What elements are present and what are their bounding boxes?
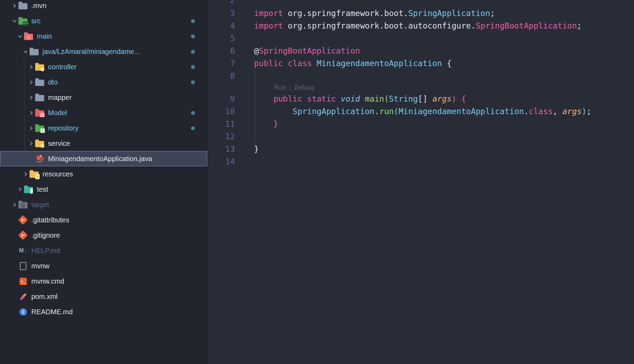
- code-line-text: public class MiniagendamentoApplication …: [235, 59, 452, 68]
- tree-item-label: .mvn: [31, 2, 46, 10]
- tree-item-main[interactable]: ⌂main: [0, 29, 207, 44]
- tree-item-label: .gitignore: [31, 231, 60, 239]
- tree-item-pom-xml[interactable]: pom.xml: [0, 289, 207, 304]
- tree-item-service[interactable]: ⚙service: [0, 136, 207, 151]
- chevron-collapsed-icon[interactable]: [27, 124, 35, 132]
- code-line-2[interactable]: 2: [208, 0, 634, 7]
- code-line-12[interactable]: 12: [208, 130, 634, 143]
- line-number[interactable]: 10: [208, 107, 235, 116]
- code-editor[interactable]: 23import org.springframework.boot.Spring…: [208, 0, 634, 364]
- tree-item-readme-md[interactable]: iREADME.md: [0, 304, 207, 319]
- tree-item-java-lzamaral-miniagendame[interactable]: java/LzAmaral/miniagendame...: [0, 44, 207, 59]
- tree-item-repository[interactable]: ↓repository: [0, 120, 207, 136]
- line-number[interactable]: 6: [208, 46, 235, 55]
- tree-item-miniagendamentoapplication-java[interactable]: MiniagendamentoApplication.java: [0, 151, 207, 166]
- chevron-collapsed-icon[interactable]: [16, 185, 24, 193]
- tree-item-dto[interactable]: dto: [0, 74, 207, 90]
- folder-test-icon: [24, 184, 33, 194]
- code-line-10[interactable]: 10 SpringApplication.run(Miniagendamento…: [208, 105, 634, 118]
- tree-item-mvnw[interactable]: mvnw: [0, 258, 207, 274]
- code-line-14[interactable]: 14: [208, 155, 634, 168]
- tree-item-label: Model: [48, 109, 67, 117]
- chevron-collapsed-icon[interactable]: [27, 140, 35, 147]
- code-line-3[interactable]: 3import org.springframework.boot.SpringA…: [208, 7, 634, 19]
- code-token: class: [529, 107, 553, 116]
- code-line-4[interactable]: 4import org.springframework.boot.autocon…: [208, 19, 634, 32]
- line-number[interactable]: 14: [208, 157, 235, 166]
- code-line-13[interactable]: 13}: [208, 143, 634, 155]
- code-line-text: public static void main(String[] args) {: [235, 94, 466, 103]
- tree-item-label: service: [48, 140, 70, 148]
- modified-dot: [191, 50, 195, 54]
- code-token: ;: [490, 9, 495, 18]
- code-line-9[interactable]: 9 public static void main(String[] args)…: [208, 93, 634, 105]
- folder-gear-icon: ⚙: [35, 62, 45, 72]
- chevron-spacer: [10, 293, 18, 300]
- code-token: (: [384, 94, 389, 103]
- chevron-collapsed-icon[interactable]: [27, 78, 35, 86]
- chevron-spacer: [10, 308, 18, 316]
- code-line-8[interactable]: 8: [208, 70, 634, 82]
- code-token: [254, 107, 293, 116]
- line-number[interactable]: 5: [208, 34, 235, 43]
- chevron-collapsed-icon[interactable]: [27, 109, 35, 117]
- markdown-icon: M↓: [18, 246, 28, 255]
- folder-model-icon: [35, 108, 45, 118]
- chevron-expanded-icon[interactable]: [22, 48, 29, 55]
- tree-item-test[interactable]: test: [0, 182, 207, 197]
- tree-item-gitattributes[interactable]: .gitattributes: [0, 212, 207, 228]
- chevron-expanded-icon[interactable]: [16, 32, 24, 40]
- tree-item-label: mvnw: [31, 262, 49, 270]
- code-line-6[interactable]: 6@SpringBootApplication: [208, 45, 634, 57]
- line-number[interactable]: 4: [208, 21, 235, 30]
- tree-item-resources[interactable]: ≡resources: [0, 166, 207, 182]
- modified-dot: [191, 65, 195, 69]
- git-icon: [18, 230, 28, 240]
- line-number[interactable]: 9: [208, 94, 235, 103]
- chevron-spacer: [10, 277, 18, 285]
- code-token: [254, 94, 273, 103]
- tree-item-gitignore[interactable]: .gitignore: [0, 228, 207, 243]
- chevron-collapsed-icon[interactable]: [10, 201, 18, 208]
- tree-item-mvn[interactable]: .mvn: [0, 0, 207, 13]
- folder-slate-icon: [29, 47, 39, 56]
- code-token: SpringApplication: [408, 9, 490, 18]
- line-number[interactable]: 12: [208, 132, 235, 141]
- chevron-collapsed-icon[interactable]: [27, 63, 35, 71]
- code-token: .: [374, 107, 379, 116]
- folder-main-icon: ⌂: [24, 31, 33, 41]
- line-number[interactable]: 11: [208, 119, 235, 128]
- code-token: public class: [254, 59, 317, 68]
- code-line-5[interactable]: 5: [208, 32, 634, 45]
- chevron-expanded-icon[interactable]: [10, 17, 18, 25]
- tree-item-src[interactable]: </>src: [0, 13, 207, 29]
- tree-item-controller[interactable]: ⚙controller: [0, 59, 207, 74]
- tree-item-mvnw-cmd[interactable]: >_mvnw.cmd: [0, 274, 207, 289]
- line-number[interactable]: 13: [208, 144, 235, 153]
- tree-item-help-md[interactable]: M↓HELP.md: [0, 243, 207, 258]
- chevron-spacer: [10, 262, 18, 270]
- tree-item-mapper[interactable]: mapper: [0, 90, 207, 105]
- tree-item-target[interactable]: ◎target: [0, 197, 207, 212]
- folder-slate-icon: [35, 93, 45, 102]
- code-line-11[interactable]: 11 }: [208, 118, 634, 130]
- debug-link[interactable]: Debug: [294, 84, 314, 91]
- line-number[interactable]: 7: [208, 59, 235, 68]
- tree-item-label: test: [37, 185, 48, 193]
- code-line-7[interactable]: 7public class MiniagendamentoApplication…: [208, 57, 634, 70]
- code-token: void: [341, 94, 360, 103]
- code-token: org.springframework.boot.autoconfigure.: [288, 21, 476, 30]
- chevron-collapsed-icon[interactable]: [22, 170, 29, 178]
- line-number[interactable]: 3: [208, 9, 235, 18]
- code-token: SpringBootApplication: [476, 21, 577, 30]
- run-link[interactable]: Run: [274, 84, 286, 91]
- modified-dot: [191, 126, 195, 130]
- chevron-collapsed-icon[interactable]: [27, 94, 35, 101]
- code-token: ) {: [452, 94, 466, 103]
- line-number[interactable]: 2: [208, 0, 235, 5]
- modified-dot: [191, 80, 195, 84]
- folder-target-icon: ◎: [18, 200, 28, 209]
- chevron-collapsed-icon[interactable]: [10, 2, 18, 9]
- tree-item-model[interactable]: Model: [0, 105, 207, 120]
- line-number[interactable]: 8: [208, 71, 235, 80]
